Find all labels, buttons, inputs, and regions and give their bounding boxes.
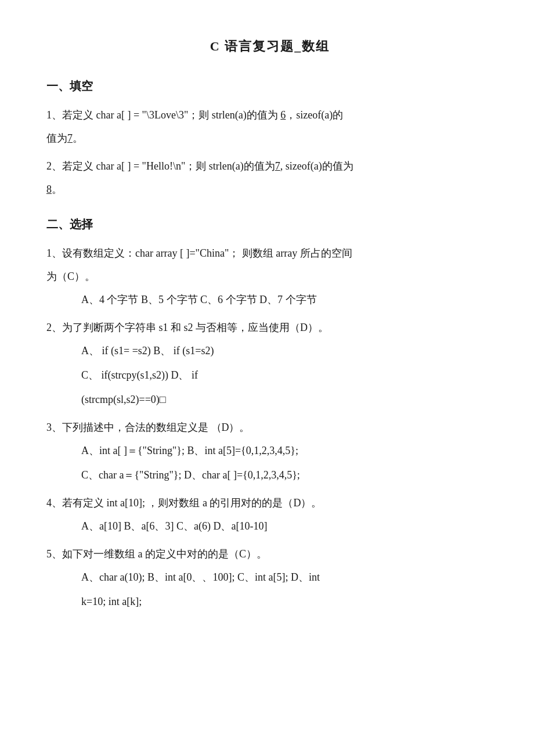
section2-title: 二、选择 <box>46 214 493 235</box>
q2-mid: , sizeof(a)的值为 <box>280 160 353 172</box>
q2-2-opt1: A、 if (s1= =s2) B、 if (s1=s2) <box>46 340 493 361</box>
q1-answer2: 7 <box>67 132 73 144</box>
q2-2-opt3: (strcmp(sl,s2)==0)□ <box>46 389 493 410</box>
q1-mid: ，sizeof(a)的 <box>286 109 343 121</box>
section-choice: 二、选择 1、设有数组定义：char array [ ]="China"； 则数… <box>46 214 493 612</box>
question-2-4: 4、若有定义 int a[10]; ，则对数组 a 的引用对的的是（D）。 A、… <box>46 492 493 537</box>
question-2-5: 5、如下对一维数组 a 的定义中对的的是（C）。 A、char a(10); B… <box>46 543 493 612</box>
q2-1-options: A、4 个字节 B、5 个字节 C、6 个字节 D、7 个字节 <box>46 289 493 310</box>
q2-4-text: 4、若有定义 int a[10]; ，则对数组 a 的引用对的的是（D）。 <box>46 497 322 509</box>
question-2-3: 3、下列描述中，合法的数组定义是 （D）。 A、int a[ ]＝{"Strin… <box>46 417 493 485</box>
q2-1-text1: 1、设有数组定义：char array [ ]="China"； 则数组 arr… <box>46 247 352 259</box>
q1-end: 。 <box>73 132 83 144</box>
q2-3-text: 3、下列描述中，合法的数组定义是 （D）。 <box>46 422 250 433</box>
q2-answer2: 8 <box>46 183 52 195</box>
question-1-2: 2、若定义 char a[ ] = "Hello!\n"；则 strlen(a)… <box>46 156 493 200</box>
q1-text2: 值为 <box>46 132 67 144</box>
q2-text: 2、若定义 char a[ ] = "Hello!\n"；则 strlen(a)… <box>46 160 275 172</box>
q2-3-opt2: C、char a＝{"String"}; D、char a[ ]={0,1,2,… <box>46 465 493 485</box>
q2-5-opt1: A、char a(10); B、int a[0、、100]; C、int a[5… <box>46 567 493 588</box>
q2-5-opt2: k=10; int a[k]; <box>46 591 493 612</box>
question-1-1: 1、若定义 char a[ ] = "\3Love\3"；则 strlen(a)… <box>46 105 493 149</box>
q2-4-opts: A、a[10] B、a[6、3] C、a(6) D、a[10-10] <box>46 516 493 537</box>
q2-2-text: 2、为了判断两个字符串 s1 和 s2 与否相等，应当使用（D）。 <box>46 322 329 333</box>
q2-3-opt1: A、int a[ ]＝{"String"}; B、int a[5]={0,1,2… <box>46 440 493 461</box>
q2-5-text: 5、如下对一维数组 a 的定义中对的的是（C）。 <box>46 548 267 560</box>
q1-answer1: 6 <box>280 109 286 121</box>
section-fillblank: 一、填空 1、若定义 char a[ ] = "\3Love\3"；则 strl… <box>46 75 493 200</box>
q2-1-text2: 为（C）。 <box>46 271 95 282</box>
question-2-2: 2、为了判断两个字符串 s1 和 s2 与否相等，应当使用（D）。 A、 if … <box>46 317 493 410</box>
q2-end: 。 <box>52 183 62 195</box>
section1-title: 一、填空 <box>46 75 493 96</box>
q1-text: 1、若定义 char a[ ] = "\3Love\3"；则 strlen(a)… <box>46 109 280 121</box>
q2-2-opt2: C、 if(strcpy(s1,s2)) D、 if <box>46 365 493 386</box>
page-title: C 语言复习题_数组 <box>46 35 493 58</box>
q2-answer1: 7 <box>275 160 280 172</box>
question-2-1: 1、设有数组定义：char array [ ]="China"； 则数组 arr… <box>46 243 493 310</box>
